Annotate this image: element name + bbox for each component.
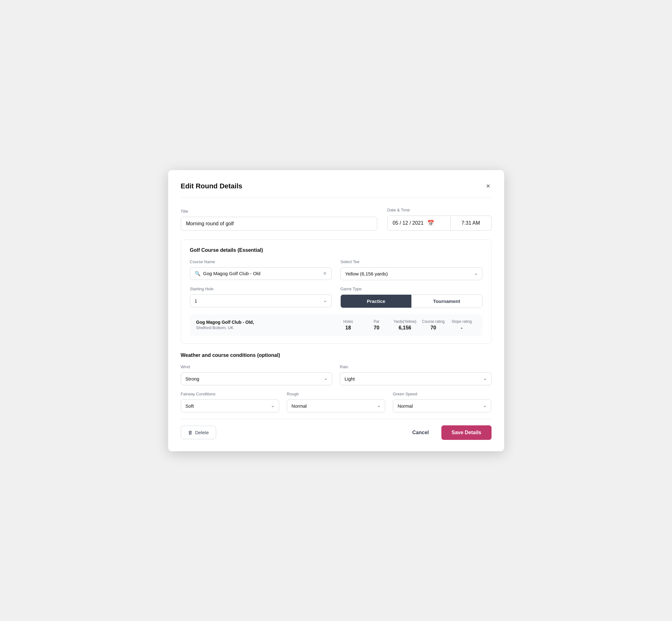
rain-group: Rain None Light Moderate Heavy [340,365,492,385]
clear-course-button[interactable]: ✕ [323,271,327,276]
select-tee-label: Select Tee [340,259,482,264]
rough-group: Rough Soft Normal Hard [287,391,385,412]
green-speed-dropdown[interactable]: Slow Normal Fast Very Fast [393,400,491,412]
starting-hole-group: Starting Hole 1 2345 6789 10111213 14151… [190,287,332,308]
hole-gametype-row: Starting Hole 1 2345 6789 10111213 14151… [190,287,482,308]
modal-header: Edit Round Details × [181,181,492,198]
modal-title: Edit Round Details [181,182,243,190]
course-stat-yards: Yards(Yellow) 6,156 [391,319,419,331]
course-stat-course-rating: Course rating 70 [419,319,448,331]
trash-icon: 🗑 [188,430,193,435]
save-button[interactable]: Save Details [442,425,491,440]
golf-course-title: Golf Course details (Essential) [190,247,482,253]
rough-container[interactable]: Soft Normal Hard [287,400,385,412]
course-stat-slope-rating: Slope rating - [448,319,476,331]
game-type-label: Game Type [340,287,482,291]
game-type-toggle: Practice Tournament [340,294,482,308]
course-name-input[interactable] [203,271,321,276]
wind-group: Wind None Light Moderate Strong Very Str… [181,365,333,385]
green-speed-group: Green Speed Slow Normal Fast Very Fast [393,391,491,412]
datetime-group: 05 / 12 / 2021 📅 7:31 AM [387,215,492,231]
fairway-rough-green-row: Fairway Conditions Soft Normal Hard Roug… [181,391,492,412]
top-row: Title Date & Time 05 / 12 / 2021 📅 7:31 … [181,208,492,231]
edit-round-modal: Edit Round Details × Title Date & Time 0… [168,170,504,451]
title-label: Title [181,209,377,214]
starting-hole-label: Starting Hole [190,287,332,291]
rain-container[interactable]: None Light Moderate Heavy [340,372,492,385]
course-info-row: Gog Magog Golf Club - Old, Shelford Bott… [190,314,482,336]
rough-label: Rough [287,391,385,396]
tournament-toggle[interactable]: Tournament [411,295,482,308]
date-input[interactable]: 05 / 12 / 2021 📅 [387,215,451,231]
green-speed-container[interactable]: Slow Normal Fast Very Fast [393,400,491,412]
fairway-container[interactable]: Soft Normal Hard [181,400,279,412]
wind-container[interactable]: None Light Moderate Strong Very Strong [181,372,333,385]
starting-hole-container[interactable]: 1 2345 6789 10111213 14151617 18 [190,294,332,307]
course-info-location: Shelford Bottom, UK [196,325,334,330]
cancel-button[interactable]: Cancel [406,426,435,439]
practice-toggle[interactable]: Practice [341,295,411,308]
game-type-group: Game Type Practice Tournament [340,287,482,308]
select-tee-group: Select Tee Yellow (6,156 yards) Red Whit… [340,259,482,280]
rough-dropdown[interactable]: Soft Normal Hard [287,400,385,412]
close-button[interactable]: × [485,181,492,191]
course-name-label: Course Name [190,259,332,264]
modal-footer: 🗑 Delete Cancel Save Details [181,419,492,440]
select-tee-container[interactable]: Yellow (6,156 yards) Red White Blue [340,267,482,280]
course-name-tee-row: Course Name 🔍 ✕ Select Tee Yellow (6,156… [190,259,482,280]
starting-hole-dropdown[interactable]: 1 2345 6789 10111213 14151617 18 [190,294,332,307]
time-value: 7:31 AM [462,220,480,226]
conditions-section: Weather and course conditions (optional)… [181,353,492,412]
fairway-label: Fairway Conditions [181,391,279,396]
date-value: 05 / 12 / 2021 [393,220,424,226]
calendar-icon: 📅 [427,220,434,226]
golf-course-section: Golf Course details (Essential) Course N… [181,240,492,344]
wind-dropdown[interactable]: None Light Moderate Strong Very Strong [181,372,333,385]
time-input[interactable]: 7:31 AM [451,215,492,231]
footer-right: Cancel Save Details [406,425,492,440]
search-icon: 🔍 [195,271,201,277]
fairway-dropdown[interactable]: Soft Normal Hard [181,400,279,412]
title-field-group: Title [181,209,377,231]
select-tee-dropdown[interactable]: Yellow (6,156 yards) Red White Blue [340,267,482,280]
wind-rain-row: Wind None Light Moderate Strong Very Str… [181,365,492,385]
course-stat-par: Par 70 [363,319,391,331]
wind-label: Wind [181,365,333,369]
course-name-search[interactable]: 🔍 ✕ [190,267,332,280]
datetime-label: Date & Time [387,208,492,212]
delete-button[interactable]: 🗑 Delete [181,426,216,439]
rain-dropdown[interactable]: None Light Moderate Heavy [340,372,492,385]
course-info-name-group: Gog Magog Golf Club - Old, Shelford Bott… [196,320,334,330]
rain-label: Rain [340,365,492,369]
conditions-title: Weather and course conditions (optional) [181,353,492,358]
datetime-field-group: Date & Time 05 / 12 / 2021 📅 7:31 AM [387,208,492,231]
course-name-group: Course Name 🔍 ✕ [190,259,332,280]
course-stat-holes: Holes 18 [334,319,363,331]
fairway-group: Fairway Conditions Soft Normal Hard [181,391,279,412]
course-info-name: Gog Magog Golf Club - Old, [196,320,334,325]
green-speed-label: Green Speed [393,391,491,396]
title-input[interactable] [181,217,377,231]
